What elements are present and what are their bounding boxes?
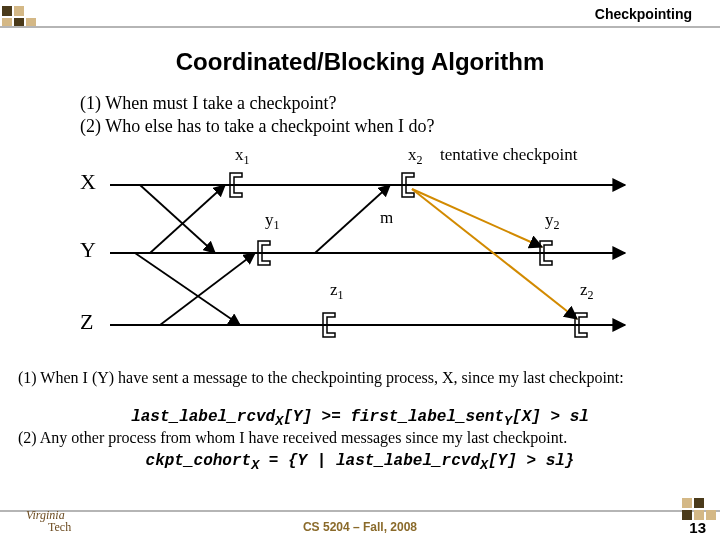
course-label: CS 5204 – Fall, 2008 [0, 520, 720, 534]
svg-text:x1: x1 [235, 145, 250, 167]
footer-divider [0, 510, 720, 512]
svg-text:x2: x2 [408, 145, 423, 167]
svg-text:z1: z1 [330, 280, 344, 302]
msg-arrow [160, 253, 255, 325]
svg-text:y2: y2 [545, 210, 560, 232]
svg-text:z2: z2 [580, 280, 594, 302]
msg-arrow [135, 253, 240, 325]
header-divider [0, 26, 720, 28]
header-label: Checkpointing [591, 6, 696, 22]
svg-text:y1: y1 [265, 210, 280, 232]
process-x-label: X [80, 169, 96, 194]
process-z-label: Z [80, 309, 93, 334]
process-diagram: x1 x2 tentative checkpoint X y1 m y2 Y z… [80, 145, 640, 360]
msg-arrow [140, 185, 215, 253]
body-line-1: (1) When I (Y) have sent a message to th… [18, 368, 702, 388]
tentative-arrow [412, 189, 542, 247]
page-number: 13 [689, 519, 706, 536]
msg-arrow [150, 185, 225, 253]
question-1: (1) When must I take a checkpoint? [80, 92, 660, 115]
message-m-label: m [380, 208, 393, 227]
footer: Virginia Tech CS 5204 – Fall, 2008 13 [0, 496, 720, 540]
msg-m-arrow [315, 185, 390, 253]
process-y-label: Y [80, 237, 96, 262]
slide-title: Coordinated/Blocking Algorithm [0, 48, 720, 76]
question-2: (2) Who else has to take a checkpoint wh… [80, 115, 660, 138]
condition-2: ckpt_cohortX = {Y | last_label_rcvdX[Y] … [60, 452, 660, 474]
header: Checkpointing [0, 4, 720, 30]
tentative-label: tentative checkpoint [440, 145, 578, 164]
questions: (1) When must I take a checkpoint? (2) W… [80, 92, 660, 139]
body-line-2: (2) Any other process from whom I have r… [18, 428, 702, 448]
